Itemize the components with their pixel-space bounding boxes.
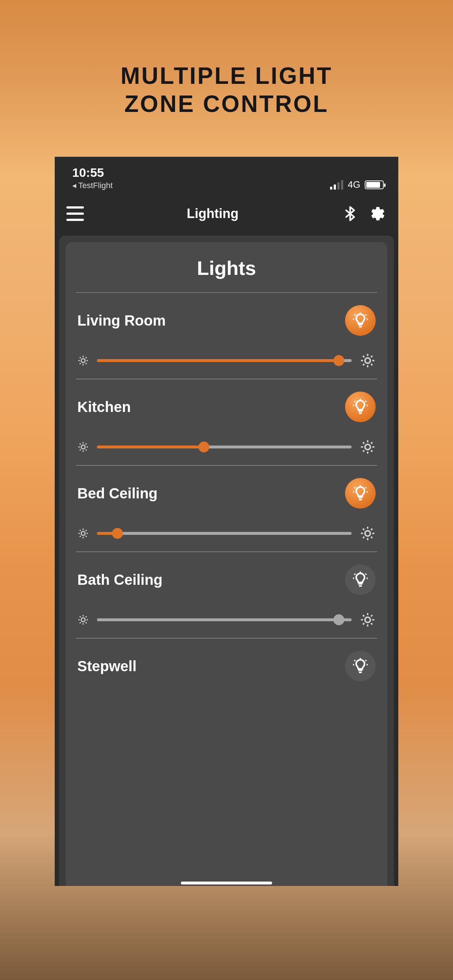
zone-name: Bed Ceiling	[77, 485, 158, 502]
zone-row: Bath Ceiling	[76, 552, 377, 638]
bulb-icon	[352, 398, 369, 415]
menu-button[interactable]	[66, 206, 84, 221]
zone-header: Living Room	[76, 305, 377, 336]
home-indicator[interactable]	[181, 881, 272, 885]
zone-row: Kitchen	[76, 379, 377, 466]
divider	[76, 293, 377, 293]
promo-headline: MULTIPLE LIGHT ZONE CONTROL	[0, 0, 453, 118]
brightness-slider[interactable]	[97, 445, 352, 449]
brightness-min-icon	[77, 441, 89, 453]
status-bar: 10:55 ◂ TestFlight 4G	[55, 157, 398, 192]
brightness-max-icon	[360, 439, 376, 455]
zone-toggle-button[interactable]	[345, 305, 376, 336]
screen-title: Lighting	[187, 206, 239, 221]
brightness-slider[interactable]	[97, 618, 352, 621]
brightness-max-icon	[360, 353, 376, 369]
slider-thumb[interactable]	[333, 614, 344, 625]
brightness-min-icon	[77, 614, 89, 625]
app-screen: 10:55 ◂ TestFlight 4G Lighting Lights Li…	[55, 157, 398, 886]
content-frame: Lights Living RoomKitchenBed CeilingBath…	[59, 235, 394, 886]
zone-toggle-button[interactable]	[345, 651, 376, 681]
brightness-min-icon	[77, 528, 89, 539]
bulb-icon	[352, 658, 369, 675]
app-header: Lighting	[55, 192, 398, 235]
zone-list: Living RoomKitchenBed CeilingBath Ceilin…	[76, 293, 377, 681]
gear-icon	[370, 205, 386, 222]
panel-title: Lights	[76, 257, 377, 279]
promo-line-2: ZONE CONTROL	[0, 90, 453, 118]
bulb-icon	[352, 312, 369, 329]
slider-thumb[interactable]	[112, 528, 123, 539]
bulb-icon	[352, 485, 369, 502]
zone-row: Bed Ceiling	[76, 466, 377, 552]
zone-toggle-button[interactable]	[345, 391, 376, 422]
zone-name: Living Room	[77, 312, 166, 329]
zone-toggle-button[interactable]	[345, 478, 376, 509]
brightness-slider-row	[76, 525, 377, 541]
status-right: 4G	[330, 179, 384, 190]
zone-name: Kitchen	[77, 399, 131, 415]
promo-line-1: MULTIPLE LIGHT	[0, 62, 453, 90]
brightness-slider-row	[76, 612, 377, 628]
zone-row: Living Room	[76, 293, 377, 379]
zone-header: Bed Ceiling	[76, 478, 377, 509]
zone-row: Stepwell	[76, 638, 377, 681]
status-back-to-app[interactable]: ◂ TestFlight	[72, 181, 113, 190]
bulb-icon	[352, 571, 369, 588]
bluetooth-button[interactable]	[341, 205, 359, 223]
zone-header: Stepwell	[76, 651, 377, 681]
zone-header: Kitchen	[76, 391, 377, 422]
brightness-slider-row	[76, 439, 377, 455]
zone-header: Bath Ceiling	[76, 565, 377, 595]
brightness-slider[interactable]	[97, 532, 352, 535]
bluetooth-icon	[342, 205, 358, 222]
zone-toggle-button[interactable]	[345, 565, 376, 595]
network-label: 4G	[348, 179, 360, 190]
cellular-signal-icon	[330, 180, 343, 189]
brightness-slider-row	[76, 353, 377, 369]
status-time: 10:55	[72, 166, 113, 179]
lights-panel: Lights Living RoomKitchenBed CeilingBath…	[65, 242, 388, 886]
settings-button[interactable]	[369, 205, 387, 223]
slider-thumb[interactable]	[333, 355, 344, 366]
zone-name: Bath Ceiling	[77, 572, 162, 588]
zone-name: Stepwell	[77, 658, 136, 675]
brightness-slider[interactable]	[97, 359, 352, 362]
battery-icon	[365, 180, 384, 189]
brightness-max-icon	[360, 612, 376, 628]
slider-thumb[interactable]	[198, 442, 209, 452]
brightness-min-icon	[77, 355, 89, 366]
brightness-max-icon	[360, 525, 376, 541]
